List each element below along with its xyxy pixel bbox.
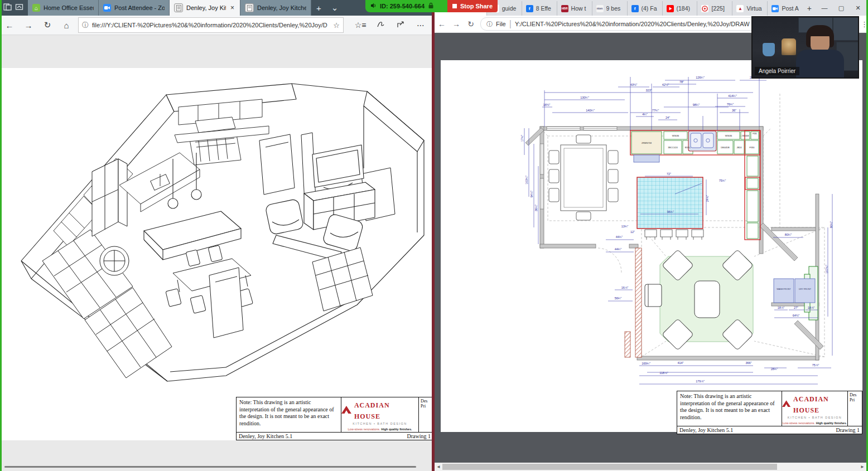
tab-list-menu-button[interactable]: ⌄ bbox=[326, 0, 344, 16]
settings-more-icon[interactable]: ⋯ bbox=[411, 21, 431, 30]
svg-text:96¾": 96¾" bbox=[667, 210, 674, 213]
chrome-pdf-page: 126¼" 28" 43½" 42½" 78" 323" 130¼" 16½" … bbox=[441, 60, 862, 432]
tab-9-best[interactable]: nten9 bes bbox=[592, 1, 627, 16]
project-name: Denley, Joy Kitchen 5.1 bbox=[679, 427, 733, 433]
back-button[interactable]: ← bbox=[0, 21, 19, 30]
handbag bbox=[763, 43, 775, 56]
svg-text:90¼": 90¼" bbox=[830, 221, 833, 229]
maximize-button[interactable]: ▢ bbox=[833, 0, 850, 16]
title-block-side-column: Des Pri bbox=[418, 397, 432, 432]
svg-text:140¼": 140¼" bbox=[586, 109, 595, 112]
web-notes-pen-icon[interactable] bbox=[370, 21, 390, 30]
svg-text:3BCC024: 3BCC024 bbox=[668, 146, 678, 149]
back-button[interactable]: ← bbox=[435, 20, 449, 28]
acadian-roof-icon bbox=[782, 400, 790, 408]
tab-post-attendee-zoom[interactable]: Post Attendee - Zoo bbox=[99, 0, 170, 16]
svg-text:169¾": 169¾" bbox=[642, 362, 650, 365]
tab-label: Post Attendee - Zoo bbox=[114, 4, 165, 11]
svg-text:W3636: W3636 bbox=[672, 134, 679, 137]
url-text: file:///Y:/CLIENT-%20Pictures%20&%20info… bbox=[92, 22, 330, 28]
tab-label: Home Office Essentia bbox=[44, 4, 94, 11]
svg-text:W3636: W3636 bbox=[725, 134, 732, 137]
add-favorite-icon[interactable]: ☆ bbox=[333, 21, 340, 30]
svg-text:F336: F336 bbox=[753, 133, 756, 135]
tab-facebook-8-effective[interactable]: f8 Effe bbox=[522, 1, 557, 16]
lamp bbox=[782, 38, 796, 55]
audio-icon bbox=[370, 1, 377, 11]
tab-post-attendee[interactable]: Post A bbox=[767, 1, 802, 16]
tab-225[interactable]: [225] bbox=[697, 1, 732, 16]
page-info-icon[interactable]: ⓘ bbox=[82, 21, 89, 30]
close-window-button[interactable]: ✕ bbox=[850, 0, 866, 16]
favorites-hub-icon[interactable]: ☆≡ bbox=[350, 21, 370, 30]
drawing-note: Note: This drawing is an artistic interp… bbox=[237, 397, 341, 432]
svg-text:12": 12" bbox=[630, 230, 635, 234]
svg-text:36¼": 36¼" bbox=[534, 205, 538, 212]
tab-preview-icon[interactable] bbox=[15, 3, 23, 13]
svg-text:28¾": 28¾" bbox=[771, 367, 778, 371]
forward-button[interactable]: → bbox=[19, 21, 38, 30]
page-info-icon[interactable]: ⓘ bbox=[486, 20, 493, 28]
svg-text:94¼": 94¼" bbox=[530, 191, 533, 198]
reload-button[interactable]: ↻ bbox=[464, 20, 478, 28]
svg-text:56¼": 56¼" bbox=[615, 297, 622, 300]
tab-hbr-how-to[interactable]: HBRHow t bbox=[557, 1, 592, 16]
scroll-right-arrow[interactable]: ► bbox=[859, 464, 866, 469]
tab-home-office-essentials[interactable]: ⌂ Home Office Essentia bbox=[28, 0, 99, 16]
svg-text:18⅞": 18⅞" bbox=[808, 306, 815, 309]
svg-text:44¼": 44¼" bbox=[615, 247, 622, 251]
svg-text:78": 78" bbox=[679, 80, 684, 84]
svg-text:DB44DB: DB44DB bbox=[721, 146, 730, 149]
stop-share-button[interactable]: Stop Share bbox=[447, 0, 498, 12]
url-text: Y:/CLIENT-%20Pictures%20&%20information/… bbox=[515, 21, 750, 27]
kitchen-floor-plan: 126¼" 28" 43½" 42½" 78" 323" 130¼" 16½" … bbox=[441, 60, 862, 432]
document-icon bbox=[245, 3, 254, 12]
svg-text:24¾": 24¾" bbox=[706, 195, 709, 202]
svg-text:24": 24" bbox=[666, 116, 670, 119]
tab-facebook-4[interactable]: f(4) Fa bbox=[627, 1, 662, 16]
set-tabs-aside-icon[interactable] bbox=[3, 3, 12, 13]
facebook-icon: f bbox=[631, 5, 639, 12]
close-tab-icon[interactable]: × bbox=[229, 4, 235, 12]
edge-address-bar[interactable]: ⓘ file:///Y:/CLIENT-%20Pictures%20&%20in… bbox=[78, 17, 344, 33]
drawing-number: Drawing 1 bbox=[836, 427, 860, 433]
svg-text:42½": 42½" bbox=[662, 83, 669, 86]
svg-text:77¼": 77¼" bbox=[652, 109, 659, 112]
home-button[interactable]: ⌂ bbox=[57, 21, 76, 30]
scroll-left-arrow[interactable]: ◄ bbox=[435, 464, 442, 469]
participant-name-label: Angela Poirrier bbox=[755, 67, 799, 75]
tab-denley-joy-kitchen-2[interactable]: Denley, Joy Kitchen 2 bbox=[240, 0, 311, 16]
title-block: Note: This drawing is an artistic interp… bbox=[677, 391, 862, 434]
participant-video-tile[interactable]: Angela Poirrier bbox=[751, 16, 859, 79]
target-icon bbox=[701, 5, 708, 12]
new-tab-button[interactable]: + bbox=[311, 0, 326, 16]
new-tab-button[interactable]: + bbox=[803, 1, 816, 16]
svg-text:16⅞": 16⅞" bbox=[621, 286, 629, 289]
tab-denley-joy-kitchen-active[interactable]: Denley, Joy Kitch × bbox=[170, 0, 240, 16]
refresh-button[interactable]: ↻ bbox=[38, 20, 57, 30]
svg-text:366": 366" bbox=[745, 361, 751, 365]
svg-text:B18-L: B18-L bbox=[685, 146, 691, 149]
minimize-button[interactable]: — bbox=[816, 0, 833, 16]
edge-toolbar: ← → ↻ ⌂ ⓘ file:///Y:/CLIENT-%20Pictures%… bbox=[0, 16, 432, 35]
edge-pdf-page: Note: This drawing is an artistic interp… bbox=[0, 68, 432, 440]
svg-text:36": 36" bbox=[732, 109, 736, 112]
lock-icon bbox=[428, 1, 434, 11]
acadian-house-logo: acadian house KITCHEN • BATH DESIGN Low-… bbox=[782, 391, 847, 426]
tab-youtube-184[interactable]: (184) bbox=[662, 1, 697, 16]
acadian-house-logo: acadian house KITCHEN • BATH DESIGN Low-… bbox=[341, 397, 418, 432]
svg-text:75¾": 75¾" bbox=[719, 179, 726, 182]
svg-text:2RWS718: 2RWS718 bbox=[642, 142, 652, 144]
meeting-id: ID: 259-540-664 bbox=[380, 3, 425, 9]
forward-button[interactable]: → bbox=[449, 20, 464, 28]
facebook-icon: f bbox=[526, 5, 533, 12]
drawing-number: Drawing 1 bbox=[407, 433, 431, 439]
red-peak-icon: ▲ bbox=[736, 5, 744, 12]
edge-horizontal-scrollbar[interactable] bbox=[4, 466, 416, 468]
svg-text:13¾": 13¾" bbox=[621, 225, 629, 228]
document-icon bbox=[174, 3, 183, 12]
tab-virtual[interactable]: ▲Virtua bbox=[732, 1, 767, 16]
share-icon[interactable] bbox=[390, 21, 411, 30]
scrollbar-thumb[interactable] bbox=[442, 464, 777, 470]
tab-label: Denley, Joy Kitchen 2 bbox=[257, 4, 306, 11]
